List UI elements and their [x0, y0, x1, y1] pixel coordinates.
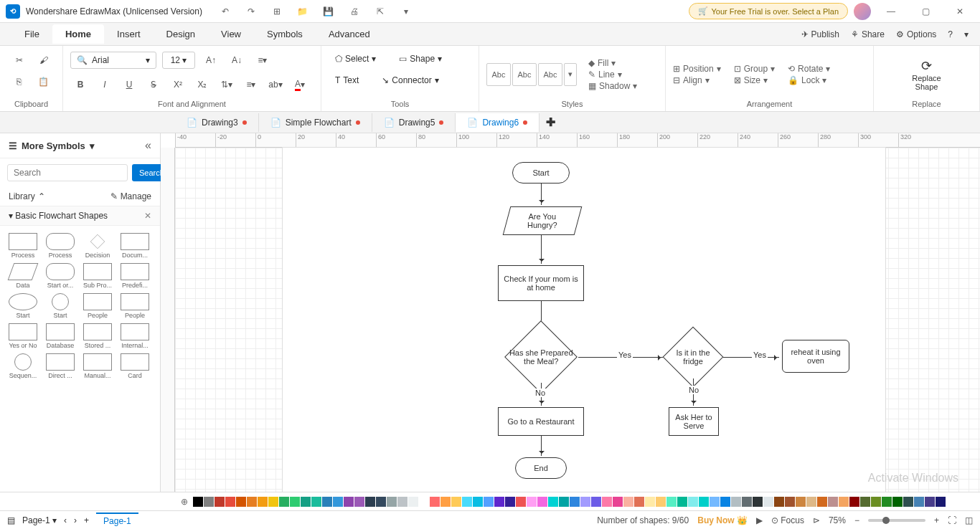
maximize-button[interactable]: ▢ — [911, 1, 940, 22]
style-gallery[interactable]: Abc Abc Abc ▾ — [486, 63, 577, 86]
color-swatch[interactable] — [613, 497, 623, 507]
shape-sub-pro-[interactable]: Sub Pro... — [80, 263, 115, 289]
shape-people[interactable]: People — [118, 293, 152, 319]
shape-start-or-[interactable]: Start or... — [43, 263, 77, 289]
node-restaurant[interactable]: Go to a Restaurant — [498, 407, 584, 436]
color-swatch[interactable] — [839, 497, 849, 507]
strikethrough-icon[interactable]: S̶ — [143, 75, 164, 95]
symbol-search-input[interactable] — [7, 164, 128, 181]
copy-icon[interactable]: ⎘ — [9, 72, 29, 92]
highlight-icon[interactable]: ab▾ — [265, 75, 286, 95]
shape-stored-[interactable]: Stored ... — [80, 323, 115, 349]
color-swatch[interactable] — [354, 497, 364, 507]
color-swatch[interactable] — [936, 497, 946, 507]
menu-advanced[interactable]: Advanced — [316, 24, 383, 44]
shape-data[interactable]: Data — [6, 263, 40, 289]
tab-drawing3[interactable]: 📄 Drawing3 — [175, 113, 259, 132]
tab-drawing6[interactable]: 📄 Drawing6 — [456, 113, 540, 132]
color-swatch[interactable] — [462, 497, 472, 507]
focus-toggle[interactable]: ⊙ Focus — [771, 515, 804, 525]
options-button[interactable]: ⚙ Options — [896, 29, 936, 39]
shape-start[interactable]: Start — [43, 293, 77, 319]
menu-file[interactable]: File — [11, 24, 52, 44]
connector-tool[interactable]: ↘ Connector ▾ — [375, 72, 445, 89]
bullets-icon[interactable]: ≡▾ — [241, 75, 261, 95]
color-swatch[interactable] — [903, 497, 913, 507]
close-button[interactable]: ✕ — [946, 1, 974, 22]
shape-process[interactable]: Process — [6, 233, 40, 259]
color-swatch[interactable] — [656, 497, 666, 507]
shape-sequen-[interactable]: Sequen... — [6, 353, 40, 379]
shape-docum-[interactable]: Docum... — [118, 233, 152, 259]
layout-icon[interactable]: ▤ — [7, 515, 15, 525]
fit-page-icon[interactable]: ⛶ — [948, 515, 956, 525]
color-swatch[interactable] — [419, 497, 429, 507]
menu-design[interactable]: Design — [154, 24, 208, 44]
shape-yes-or-no[interactable]: Yes or No — [6, 323, 40, 349]
prev-page-icon[interactable]: ‹ — [64, 515, 67, 525]
shape-direct-[interactable]: Direct ... — [43, 353, 77, 379]
italic-icon[interactable]: I — [95, 75, 115, 95]
shape-tool[interactable]: ▭ Shape ▾ — [392, 50, 448, 67]
shape-predefi-[interactable]: Predefi... — [118, 263, 152, 289]
color-swatch[interactable] — [440, 497, 451, 507]
menu-symbols[interactable]: Symbols — [254, 24, 316, 44]
font-color-icon[interactable]: A▾ — [290, 75, 310, 95]
color-swatch[interactable] — [882, 497, 892, 507]
color-swatch[interactable] — [763, 497, 773, 507]
buy-now-link[interactable]: Buy Now 👑 — [697, 515, 748, 525]
color-swatch[interactable] — [204, 497, 214, 507]
color-swatch[interactable] — [559, 497, 569, 507]
rotate-button[interactable]: ⟲ Rotate▾ — [788, 64, 830, 74]
qat-dropdown-icon[interactable]: ▾ — [397, 3, 415, 20]
minimize-button[interactable]: — — [877, 1, 905, 22]
paste-icon[interactable]: 📋 — [34, 72, 54, 92]
menu-home[interactable]: Home — [52, 24, 104, 44]
color-swatch[interactable] — [731, 497, 741, 507]
color-swatch[interactable] — [785, 497, 795, 507]
increase-font-icon[interactable]: A↑ — [201, 50, 221, 70]
color-swatch[interactable] — [580, 497, 590, 507]
color-swatch[interactable] — [860, 497, 870, 507]
color-swatch[interactable] — [634, 497, 644, 507]
manage-link[interactable]: ✎ Manage — [110, 191, 151, 201]
sidebar-title[interactable]: ☰ More Symbols▾ — [9, 140, 95, 151]
color-swatch[interactable] — [516, 497, 526, 507]
color-swatch[interactable] — [215, 497, 225, 507]
collapse-sidebar-icon[interactable]: « — [145, 139, 151, 152]
color-swatch[interactable] — [408, 497, 418, 507]
shape-manual-[interactable]: Manual... — [80, 353, 115, 379]
color-swatch[interactable] — [849, 497, 859, 507]
color-swatch[interactable] — [527, 497, 537, 507]
menu-insert[interactable]: Insert — [104, 24, 154, 44]
node-end[interactable]: End — [515, 457, 567, 479]
color-swatch[interactable] — [258, 497, 268, 507]
add-page-icon[interactable]: + — [84, 515, 89, 525]
color-swatch[interactable] — [451, 497, 461, 507]
canvas[interactable]: Start Are You Hungry? Check If your mom … — [175, 148, 980, 492]
play-icon[interactable]: ⊳ — [813, 515, 820, 525]
text-align-icon[interactable]: ≡▾ — [253, 50, 273, 70]
color-swatch[interactable] — [484, 497, 494, 507]
menu-view[interactable]: View — [208, 24, 254, 44]
shape-decision[interactable]: Decision — [80, 233, 115, 259]
shape-internal-[interactable]: Internal... — [118, 323, 152, 349]
format-painter-icon[interactable]: 🖌 — [34, 50, 54, 70]
color-swatch[interactable] — [247, 497, 257, 507]
color-swatch[interactable] — [645, 497, 655, 507]
color-swatch[interactable] — [365, 497, 375, 507]
cut-icon[interactable]: ✂ — [9, 50, 29, 70]
style-preset-2[interactable]: Abc — [512, 63, 537, 86]
select-tool[interactable]: ⬠ Select ▾ — [329, 50, 382, 67]
lock-button[interactable]: 🔒 Lock▾ — [788, 75, 830, 85]
color-swatch[interactable] — [677, 497, 687, 507]
subscript-icon[interactable]: X₂ — [192, 75, 212, 95]
pan-icon[interactable]: ⊕ — [181, 497, 188, 507]
text-tool[interactable]: T Text — [329, 72, 365, 89]
open-icon[interactable]: 📁 — [294, 3, 311, 20]
line-button[interactable]: ✎ Line▾ — [588, 70, 637, 80]
color-swatch[interactable] — [817, 497, 827, 507]
page-tab[interactable]: Page-1 — [96, 513, 138, 528]
color-swatch[interactable] — [742, 497, 752, 507]
node-start[interactable]: Start — [512, 162, 570, 184]
